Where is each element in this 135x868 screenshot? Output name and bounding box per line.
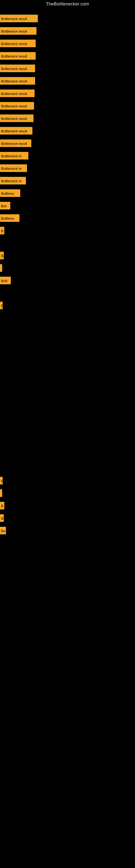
bar-row: B	[0, 227, 8, 235]
bar-row: Bottleneck result	[0, 14, 42, 22]
bar-row: Bottleneck re	[0, 177, 30, 184]
bar-row: B	[0, 252, 8, 259]
bar-row: Bottleneck result	[0, 27, 41, 35]
bar-row: Bottlene	[0, 214, 23, 222]
bar-row	[0, 264, 5, 272]
bar-label: Bottleneck re	[0, 164, 27, 172]
bar-row: Bott	[0, 277, 14, 284]
bar-row: Bottleneck result	[0, 140, 35, 147]
bar-row: Bot	[0, 202, 14, 209]
bar-label: Bot	[0, 202, 10, 209]
bar-label: Bo	[0, 527, 6, 534]
bar-label: E	[0, 477, 3, 485]
bar-row: Bottleneck result	[0, 90, 39, 97]
bar-row: Bottlene	[0, 189, 24, 197]
bar-label: Bottleneck result	[0, 77, 35, 85]
bar-label: B	[0, 514, 4, 522]
bar-row: Bottleneck result	[0, 65, 39, 72]
bar-row: E	[0, 302, 6, 309]
bar-label: B	[0, 502, 4, 509]
bar-row	[0, 489, 5, 497]
bar-label: Bottlene	[0, 214, 19, 222]
bar-label	[0, 264, 2, 272]
bar-label: Bottleneck result	[0, 14, 38, 22]
bar-label: Bottleneck result	[0, 65, 35, 72]
bar-row: Bottleneck result	[0, 40, 40, 47]
bar-label: Bottleneck result	[0, 27, 37, 35]
bar-row: B	[0, 502, 8, 509]
bar-row: Bottleneck result	[0, 77, 39, 85]
bar-label: E	[0, 302, 3, 309]
bar-label: Bott	[0, 277, 11, 284]
bar-row: Bottleneck re	[0, 164, 31, 172]
bar-row: Bottleneck result	[0, 115, 38, 122]
site-title: TheBottlenecker.com	[0, 0, 135, 8]
bar-label: Bottlene	[0, 189, 20, 197]
bar-row: E	[0, 477, 6, 485]
bar-label: B	[0, 227, 4, 235]
bar-label: Bottleneck result	[0, 102, 34, 110]
bar-label: Bottleneck result	[0, 40, 36, 47]
bar-row: Bottleneck result	[0, 127, 37, 134]
bar-label: Bottleneck result	[0, 140, 31, 147]
bar-row: Bottleneck re	[0, 152, 32, 159]
bar-label: B	[0, 252, 4, 259]
bar-row: Bottleneck result	[0, 102, 38, 110]
bar-label: Bottleneck result	[0, 52, 36, 60]
bar-label: Bottleneck result	[0, 127, 32, 134]
bar-label	[0, 489, 2, 497]
bar-row: B	[0, 514, 8, 522]
bar-row: Bottleneck result	[0, 52, 40, 60]
bar-label: Bottleneck re	[0, 177, 26, 184]
bar-label: Bottleneck re	[0, 152, 28, 159]
bar-label: Bottleneck result	[0, 115, 34, 122]
bar-row: Bo	[0, 527, 10, 534]
bar-label: Bottleneck result	[0, 90, 35, 97]
